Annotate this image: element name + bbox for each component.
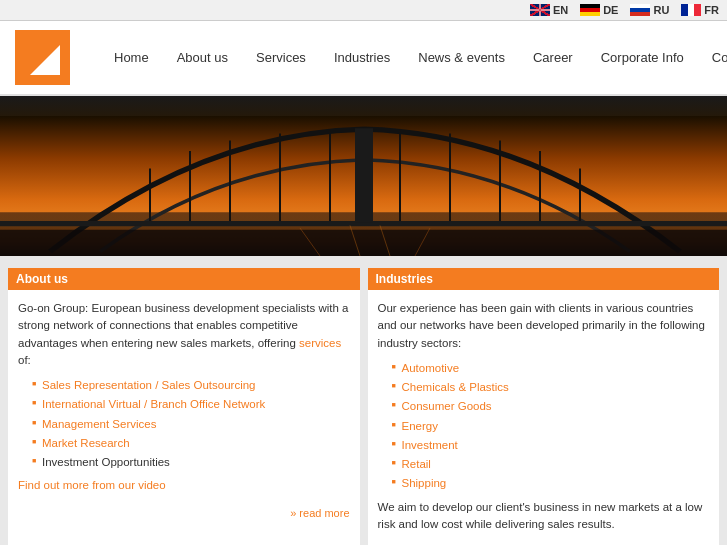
about-us-intro: Go-on Group: European business developme… [18,300,350,369]
lang-ru[interactable]: RU [630,4,669,16]
sales-rep-link[interactable]: Sales Representation / Sales Outsourcing [42,379,256,391]
nav-corporate-info[interactable]: Corporate Info [587,50,698,65]
lang-fr[interactable]: FR [681,4,719,16]
logo-triangle [30,45,60,75]
nav-contact-us[interactable]: Contact us [698,50,727,65]
industries-list: Automotive Chemicals & Plastics Consumer… [392,360,710,493]
services-link[interactable]: services [299,337,341,349]
language-bar: EN DE RU FR [0,0,727,21]
list-item: Consumer Goods [392,398,710,415]
logo-orange-square [15,30,70,85]
flag-en-icon [530,4,550,16]
list-item: International Virtual / Branch Office Ne… [32,396,350,413]
industries-card: Industries Our experience has been gain … [368,268,720,545]
intl-virtual-link[interactable]: International Virtual / Branch Office Ne… [42,398,265,410]
shipping-link[interactable]: Shipping [402,477,447,489]
industries-conclusion: We aim to develop our client's business … [378,499,710,534]
list-item: Retail [392,456,710,473]
video-link-para: Find out more from our video [18,477,350,494]
consumer-goods-link[interactable]: Consumer Goods [402,400,492,412]
mgmt-services-link[interactable]: Management Services [42,418,156,430]
flag-de-icon [580,4,600,16]
list-item: Investment [392,437,710,454]
header: Home About us Services Industries News &… [0,21,727,96]
about-us-card: About us Go-on Group: European business … [8,268,360,545]
list-item: Shipping [392,475,710,492]
market-research-link[interactable]: Market Research [42,437,130,449]
nav-career[interactable]: Career [519,50,587,65]
about-us-read-more: » read more [18,505,350,522]
industries-header: Industries [368,268,720,290]
list-item: Chemicals & Plastics [392,379,710,396]
automotive-link[interactable]: Automotive [402,362,460,374]
nav-about-us[interactable]: About us [163,50,242,65]
nav-industries[interactable]: Industries [320,50,404,65]
list-item: Market Research [32,435,350,452]
retail-link[interactable]: Retail [402,458,431,470]
list-item: Sales Representation / Sales Outsourcing [32,377,350,394]
industries-body: Our experience has been gain with client… [368,300,720,545]
lang-ru-label: RU [653,4,669,16]
svg-rect-14 [355,128,373,223]
list-item: Management Services [32,416,350,433]
about-us-read-more-link[interactable]: » read more [290,507,349,519]
main-nav: Home About us Services Industries News &… [100,50,727,65]
industries-intro: Our experience has been gain with client… [378,300,710,352]
investment-link[interactable]: Investment [402,439,458,451]
content-area: About us Go-on Group: European business … [0,256,727,545]
lang-de[interactable]: DE [580,4,618,16]
nav-services[interactable]: Services [242,50,320,65]
about-us-header: About us [8,268,360,290]
bridge-svg [0,116,727,256]
chemicals-link[interactable]: Chemicals & Plastics [402,381,509,393]
about-us-list: Sales Representation / Sales Outsourcing… [32,377,350,471]
lang-fr-label: FR [704,4,719,16]
list-item: Automotive [392,360,710,377]
lang-en-label: EN [553,4,568,16]
list-item: Investment Opportunities [32,454,350,471]
svg-rect-15 [0,230,727,256]
video-link[interactable]: Find out more from our video [18,479,166,491]
flag-ru-icon [630,4,650,16]
list-item: Energy [392,418,710,435]
hero-image [0,96,727,256]
lang-en[interactable]: EN [530,4,568,16]
flag-fr-icon [681,4,701,16]
lang-de-label: DE [603,4,618,16]
nav-home[interactable]: Home [100,50,163,65]
nav-news-events[interactable]: News & events [404,50,519,65]
logo[interactable] [10,25,80,90]
energy-link[interactable]: Energy [402,420,438,432]
about-us-body: Go-on Group: European business developme… [8,300,360,531]
